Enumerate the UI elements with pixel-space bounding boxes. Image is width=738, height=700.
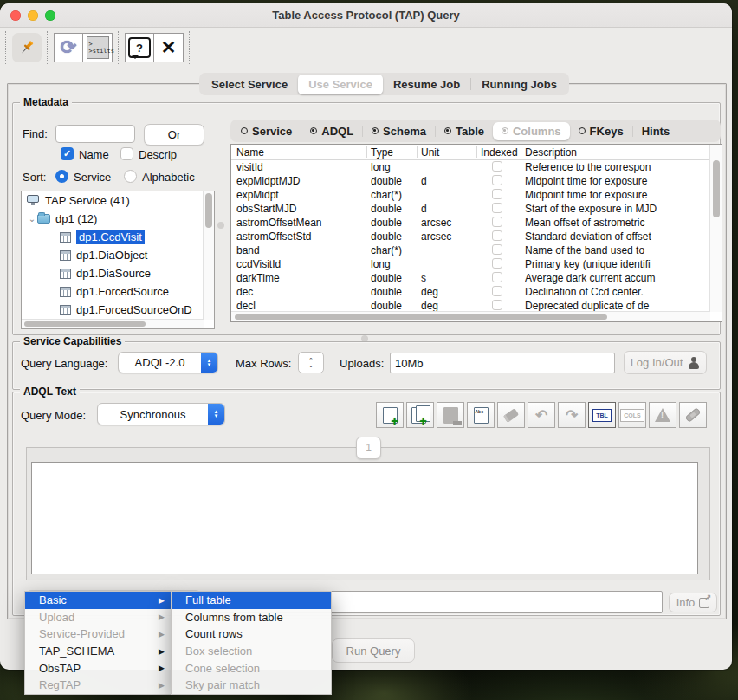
menu-item-full-table[interactable]: Full table xyxy=(172,592,331,609)
table-row[interactable]: expMidptMJDdoubledMidpoint time for expo… xyxy=(231,174,710,188)
menu-item-sky-pair-match: Sky pair match xyxy=(172,677,331,694)
close-window-button[interactable]: ✕ xyxy=(154,33,184,62)
tab-use-service[interactable]: Use Service xyxy=(298,75,383,94)
tree-table-row[interactable]: dp1.CcdVisit xyxy=(22,228,204,246)
table-row[interactable]: darkTimedoublesAverage dark current accu… xyxy=(231,271,710,285)
edit-tab-title-button[interactable]: Abc xyxy=(467,402,495,428)
tree-vertical-scrollbar[interactable] xyxy=(203,191,214,320)
header-unit[interactable]: Unit xyxy=(421,146,439,159)
menu-item-basic[interactable]: Basic▶ xyxy=(25,592,172,609)
table-row[interactable]: visitIdlongReference to the correspon xyxy=(231,160,710,174)
view-tab-service[interactable]: Service xyxy=(232,122,301,140)
indexed-checkbox[interactable] xyxy=(492,300,502,310)
indexed-checkbox[interactable] xyxy=(492,258,502,269)
sort-alphabetic-radio[interactable] xyxy=(124,170,137,183)
view-tab-table[interactable]: Table xyxy=(436,122,493,140)
uploads-field[interactable] xyxy=(390,353,615,373)
tree-schema-row[interactable]: ⌄ dp1 (12) xyxy=(22,210,204,228)
indexed-checkbox[interactable] xyxy=(492,161,502,172)
copy-tab-button[interactable]: + xyxy=(406,402,434,428)
table-row[interactable]: obsStartMJDdoubledStart of the exposure … xyxy=(231,202,710,216)
tab-running-jobs[interactable]: Running Jobs xyxy=(471,75,567,94)
adql-textarea[interactable] xyxy=(31,462,698,574)
indexed-checkbox[interactable] xyxy=(492,230,502,241)
query-language-select[interactable]: ADQL-2.0 ▲▼ xyxy=(118,352,218,373)
submenu-arrow-icon: ▶ xyxy=(159,647,165,656)
metadata-tree[interactable]: TAP Service (41) ⌄ dp1 (12) dp1.CcdVisit… xyxy=(21,191,215,329)
stilts-button[interactable]: > >stilts xyxy=(83,33,113,62)
name-checkbox[interactable]: ✓ xyxy=(61,147,74,160)
titlebar[interactable]: Table Access Protocol (TAP) Query xyxy=(0,3,732,28)
person-icon xyxy=(688,357,700,369)
table-row[interactable]: expMidptchar(*)Midpoint time for exposur… xyxy=(231,188,710,202)
external-link-icon xyxy=(699,598,709,608)
tree-table-row[interactable]: dp1.ForcedSourceOnD xyxy=(22,301,204,319)
tree-table-row[interactable]: dp1.ForcedSource xyxy=(22,282,204,301)
login-button[interactable]: Log In/Out xyxy=(624,351,707,374)
info-button[interactable]: Info xyxy=(669,593,717,612)
tree-table-label: dp1.DiaSource xyxy=(76,267,151,280)
header-name[interactable]: Name xyxy=(236,146,264,159)
view-tab-fkeys[interactable]: FKeys xyxy=(570,122,632,140)
table-row[interactable]: decdoubledegDeclination of Ccd center. xyxy=(231,285,710,299)
indexed-checkbox[interactable] xyxy=(492,286,502,296)
examples-menu: Basic▶ Upload▶ Service-Provided▶ TAP_SCH… xyxy=(24,591,172,695)
remove-tab-icon xyxy=(443,407,458,424)
tree-table-row[interactable]: dp1.DiaObject xyxy=(22,246,204,264)
descrip-checkbox[interactable] xyxy=(120,147,133,160)
menu-item-columns-from-table[interactable]: Columns from table xyxy=(172,609,331,626)
sort-service-radio[interactable] xyxy=(55,170,68,183)
indexed-checkbox[interactable] xyxy=(492,203,502,213)
indexed-checkbox[interactable] xyxy=(492,272,502,282)
view-tab-adql[interactable]: ADQL xyxy=(301,122,362,140)
insert-table-name-button[interactable]: TBL xyxy=(588,402,616,428)
table-row[interactable]: ccdVisitIdlongPrimary key (unique identi… xyxy=(231,257,710,271)
header-indexed[interactable]: Indexed xyxy=(481,146,518,159)
sort-label: Sort: xyxy=(23,171,46,184)
indexed-checkbox[interactable] xyxy=(492,189,502,199)
table-vertical-scrollbar[interactable] xyxy=(709,145,722,312)
redo-icon: ↷ xyxy=(566,406,578,425)
find-or-button[interactable]: Or xyxy=(144,124,204,146)
reload-metadata-button[interactable]: ⟳ xyxy=(54,33,83,62)
submenu-arrow-icon: ▶ xyxy=(159,681,165,690)
tab-resume-job[interactable]: Resume Job xyxy=(383,75,470,94)
tree-table-label: dp1.ForcedSourceOnD xyxy=(76,303,192,316)
menu-item-obstap[interactable]: ObsTAP▶ xyxy=(25,659,172,677)
run-query-button[interactable]: Run Query xyxy=(332,638,415,663)
indexed-checkbox[interactable] xyxy=(492,175,502,185)
max-rows-spinner[interactable]: ⌃⌄ xyxy=(298,352,324,373)
columns-table-header[interactable]: Name Type Unit Indexed Description xyxy=(231,145,710,160)
menu-item-tap-schema[interactable]: TAP_SCHEMA▶ xyxy=(25,643,172,660)
table-row[interactable]: decldoubledegDeprecated duplicate of de xyxy=(231,299,710,312)
columns-table[interactable]: Name Type Unit Indexed Description visit… xyxy=(230,144,722,322)
help-button[interactable]: ? xyxy=(125,33,154,62)
pin-window-button[interactable] xyxy=(12,33,42,62)
chevron-down-icon: ⌄ xyxy=(308,363,314,368)
view-tab-hints[interactable]: Hints xyxy=(633,122,679,140)
header-description[interactable]: Description xyxy=(525,146,577,159)
tree-horizontal-scrollbar[interactable] xyxy=(22,319,204,328)
tab-select-service[interactable]: Select Service xyxy=(201,75,298,94)
table-horizontal-scrollbar[interactable] xyxy=(231,311,710,321)
menu-item-regtap: RegTAP▶ xyxy=(25,677,172,694)
tree-table-row[interactable]: dp1.DiaSource xyxy=(22,264,204,282)
table-row[interactable]: astromOffsetStddoublearcsecStandard devi… xyxy=(231,230,710,243)
add-example-tab-button[interactable]: + xyxy=(376,402,404,428)
table-row[interactable]: astromOffsetMeandoublearcsecMean offset … xyxy=(231,216,710,230)
table-row[interactable]: bandchar(*)Name of the band used to xyxy=(231,243,710,257)
header-type[interactable]: Type xyxy=(371,146,393,159)
vertical-splitter-grip[interactable] xyxy=(217,222,224,229)
adql-tab-chip[interactable]: 1 xyxy=(356,437,381,459)
view-tab-columns[interactable]: Columns xyxy=(493,122,570,140)
find-input[interactable] xyxy=(55,125,135,143)
sort-alphabetic-label: Alphabetic xyxy=(142,171,195,184)
query-mode-select[interactable]: Synchronous ▲▼ xyxy=(97,403,225,425)
indexed-checkbox[interactable] xyxy=(492,217,502,227)
toolbar-separator xyxy=(189,31,191,64)
view-tab-schema[interactable]: Schema xyxy=(363,122,435,140)
tree-root-row[interactable]: TAP Service (41) xyxy=(22,191,204,210)
menu-item-count-rows[interactable]: Count rows xyxy=(172,625,331,643)
indexed-checkbox[interactable] xyxy=(492,244,502,255)
chevron-down-icon[interactable]: ⌄ xyxy=(27,214,37,224)
